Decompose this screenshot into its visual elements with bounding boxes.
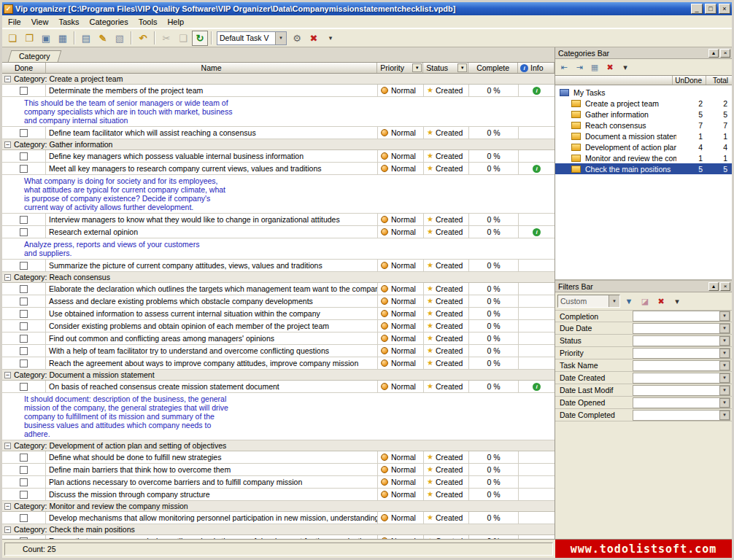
- done-checkbox[interactable]: [20, 454, 28, 462]
- menu-tools[interactable]: Tools: [134, 16, 163, 28]
- category-row[interactable]: −Category: Monitor and review the compan…: [2, 501, 555, 512]
- close-icon[interactable]: ×: [720, 49, 730, 58]
- column-header-done[interactable]: Done: [2, 63, 46, 73]
- category-tree-item[interactable]: Gather information55: [555, 109, 732, 120]
- notes-icon[interactable]: ▧: [112, 31, 128, 46]
- menu-tasks[interactable]: Tasks: [53, 16, 84, 28]
- done-checkbox[interactable]: [20, 216, 28, 224]
- task-row[interactable]: Interview managers to know what they wou…: [2, 214, 555, 226]
- column-header-priority[interactable]: Priority ▼: [377, 63, 423, 73]
- column-header-info[interactable]: i Info: [518, 63, 555, 73]
- close-icon[interactable]: ×: [720, 282, 730, 291]
- delete-icon[interactable]: ✖: [306, 31, 322, 46]
- pin-icon[interactable]: ▴: [708, 282, 719, 291]
- status-filter-dropdown[interactable]: ▼: [457, 63, 467, 72]
- backup-icon[interactable]: ▣: [38, 31, 54, 46]
- category-tree-item[interactable]: Development of action plan and set44: [555, 141, 732, 152]
- close-button[interactable]: ×: [719, 4, 730, 14]
- category-tree-item[interactable]: Reach consensus77: [555, 120, 732, 131]
- task-row[interactable]: Determinate the members of the project t…: [2, 85, 555, 97]
- category-tree-item[interactable]: Create a project team22: [555, 98, 732, 109]
- task-row[interactable]: Plan actions necessary to overcome barri…: [2, 476, 555, 489]
- filter-value-dropdown[interactable]: ▼: [633, 397, 730, 408]
- pin-icon[interactable]: ▴: [708, 49, 719, 58]
- category-row[interactable]: −Category: Check the main positions: [2, 524, 555, 535]
- more-icon[interactable]: ▾: [618, 61, 633, 74]
- collapse-icon[interactable]: −: [4, 503, 11, 510]
- maximize-button[interactable]: □: [705, 4, 716, 14]
- task-row[interactable]: Define team facilitator which will assis…: [2, 127, 555, 139]
- more-icon[interactable]: ▾: [670, 295, 684, 308]
- close-filter-icon[interactable]: ✖: [654, 295, 668, 308]
- grid-icon[interactable]: ▦: [587, 61, 602, 74]
- done-checkbox[interactable]: [20, 228, 28, 236]
- category-row[interactable]: −Category: Gather information: [2, 139, 555, 150]
- category-tree-item[interactable]: Document a mission statement11: [555, 131, 732, 141]
- filter-value-dropdown[interactable]: ▼: [633, 360, 730, 371]
- done-checkbox[interactable]: [20, 310, 28, 318]
- done-checkbox[interactable]: [20, 478, 28, 486]
- undone-column-header[interactable]: UnDone: [672, 76, 706, 85]
- category-row[interactable]: −Category: Development of action plan an…: [2, 440, 555, 451]
- done-checkbox[interactable]: [20, 335, 28, 343]
- filter-preset-combo[interactable]: Custom ▼: [557, 295, 620, 308]
- tree-item-my-tasks[interactable]: My Tasks: [555, 87, 732, 98]
- column-header-complete[interactable]: Complete: [468, 63, 518, 73]
- task-row[interactable]: With a help of team facilitator try to u…: [2, 345, 555, 357]
- task-row[interactable]: Discuss the mission through company stru…: [2, 489, 555, 501]
- menu-file[interactable]: File: [3, 16, 26, 28]
- done-checkbox[interactable]: [20, 322, 28, 330]
- done-checkbox[interactable]: [20, 383, 28, 391]
- customize-icon[interactable]: ⚙: [289, 31, 305, 46]
- done-checkbox[interactable]: [20, 298, 28, 306]
- done-checkbox[interactable]: [20, 347, 28, 355]
- task-row[interactable]: Summarize the picture of current company…: [2, 260, 555, 272]
- category-row[interactable]: −Category: Document a mission statement: [2, 370, 555, 381]
- clear-filter-icon[interactable]: ◪: [638, 295, 652, 308]
- task-row[interactable]: Research external opinionNormal★Created0…: [2, 226, 555, 238]
- task-row[interactable]: On basis of reached consensus create mis…: [2, 381, 555, 393]
- collapse-icon[interactable]: −: [4, 526, 11, 533]
- task-row[interactable]: Develop mechanisms that allow monitoring…: [2, 512, 555, 524]
- done-checkbox[interactable]: [20, 129, 28, 137]
- collapse-icon[interactable]: −: [4, 372, 11, 378]
- task-row[interactable]: Consider existing problems and obtain op…: [2, 320, 555, 332]
- move-right-icon[interactable]: ⇥: [572, 61, 587, 74]
- total-column-header[interactable]: Total: [706, 76, 732, 85]
- filter-value-dropdown[interactable]: ▼: [633, 311, 730, 322]
- done-checkbox[interactable]: [20, 514, 28, 522]
- priority-filter-dropdown[interactable]: ▼: [412, 63, 422, 72]
- refresh-icon[interactable]: ↻: [192, 31, 208, 46]
- filter-value-dropdown[interactable]: ▼: [633, 410, 730, 421]
- task-row[interactable]: Assess and declare existing problems whi…: [2, 295, 555, 308]
- category-tree-item[interactable]: Monitor and review the company mi11: [555, 152, 732, 163]
- delete-cat-icon[interactable]: ✖: [603, 61, 617, 74]
- filter-value-dropdown[interactable]: ▼: [633, 323, 730, 334]
- more-icon[interactable]: ▾: [322, 31, 339, 46]
- task-row[interactable]: Reach the agreement about ways to improv…: [2, 357, 555, 370]
- category-row[interactable]: −Category: Reach consensus: [2, 272, 555, 283]
- task-row[interactable]: Meet all key managers to research compan…: [2, 163, 555, 175]
- collapse-icon[interactable]: −: [4, 443, 11, 449]
- filter-value-dropdown[interactable]: ▼: [633, 385, 730, 396]
- task-row[interactable]: Use obtained information to assess curre…: [2, 308, 555, 320]
- done-checkbox[interactable]: [20, 285, 28, 293]
- collapse-icon[interactable]: −: [4, 76, 11, 82]
- done-checkbox[interactable]: [20, 87, 28, 95]
- open-icon[interactable]: ❐: [21, 31, 37, 46]
- collapse-icon[interactable]: −: [4, 141, 11, 148]
- filter-value-dropdown[interactable]: ▼: [633, 335, 730, 346]
- new-task-icon[interactable]: ▤: [78, 31, 94, 46]
- menu-categories[interactable]: Categories: [85, 16, 134, 28]
- category-row[interactable]: −Category: Create a project team: [2, 74, 555, 85]
- move-left-icon[interactable]: ⇤: [557, 61, 571, 74]
- done-checkbox[interactable]: [20, 359, 28, 368]
- category-tree-item[interactable]: Check the main positions55: [555, 163, 732, 174]
- done-checkbox[interactable]: [20, 262, 28, 270]
- filter-value-dropdown[interactable]: ▼: [633, 373, 730, 384]
- column-header-name[interactable]: Name: [46, 63, 377, 73]
- task-view-combo[interactable]: Default Task V▼: [217, 31, 287, 45]
- apply-filter-icon[interactable]: ▼: [622, 295, 636, 308]
- new-icon[interactable]: ❏: [4, 31, 20, 46]
- edit-task-icon[interactable]: ✎: [95, 31, 111, 46]
